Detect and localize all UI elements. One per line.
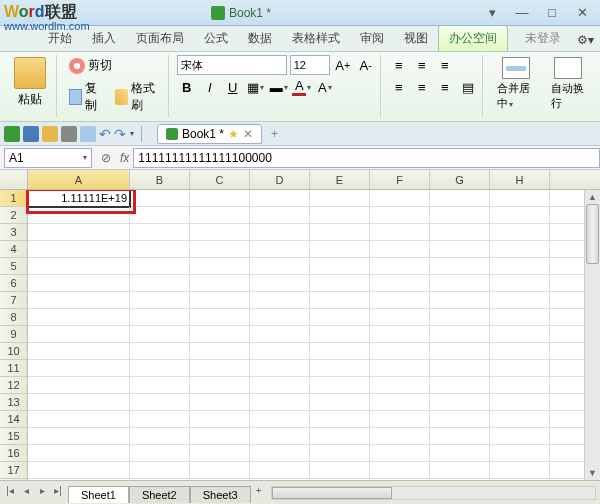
row-header[interactable]: 12 [0, 377, 27, 394]
ribbon-menu-button[interactable]: ⚙▾ [571, 29, 600, 51]
align-right-button[interactable]: ≡ [435, 77, 455, 97]
tab-view[interactable]: 视图 [394, 26, 438, 51]
cell[interactable] [28, 343, 130, 360]
align-bottom-button[interactable]: ≡ [435, 55, 455, 75]
merge-center-button[interactable]: 合并居中▾ [491, 55, 542, 113]
cell[interactable] [430, 292, 490, 309]
cell[interactable] [130, 326, 190, 343]
cell[interactable] [130, 462, 190, 479]
login-status[interactable]: 未登录 [515, 26, 571, 51]
cell[interactable] [250, 275, 310, 292]
cell[interactable] [310, 275, 370, 292]
font-size-select[interactable] [290, 55, 330, 75]
cell[interactable] [190, 207, 250, 224]
cell[interactable] [490, 377, 550, 394]
tab-office-space[interactable]: 办公空间 [438, 25, 508, 51]
cell[interactable] [490, 190, 550, 207]
cell[interactable] [190, 309, 250, 326]
cell[interactable] [190, 190, 250, 207]
cell[interactable] [370, 360, 430, 377]
cell[interactable] [370, 224, 430, 241]
cell[interactable] [130, 411, 190, 428]
last-sheet-button[interactable]: ▸| [50, 485, 66, 501]
cell[interactable] [310, 326, 370, 343]
cell[interactable] [370, 275, 430, 292]
cell[interactable] [130, 292, 190, 309]
cell[interactable] [28, 377, 130, 394]
cell[interactable] [430, 428, 490, 445]
cell[interactable] [190, 258, 250, 275]
cell[interactable] [250, 326, 310, 343]
cell[interactable] [190, 377, 250, 394]
cell[interactable] [130, 258, 190, 275]
close-button[interactable]: ✕ [568, 4, 596, 22]
cell[interactable] [430, 309, 490, 326]
align-top-button[interactable]: ≡ [389, 55, 409, 75]
cell[interactable] [310, 258, 370, 275]
print-icon[interactable] [61, 126, 77, 142]
cell[interactable] [28, 462, 130, 479]
cell[interactable] [130, 207, 190, 224]
cell[interactable] [28, 360, 130, 377]
cell[interactable] [28, 275, 130, 292]
select-all-corner[interactable] [0, 170, 28, 189]
row-header[interactable]: 3 [0, 224, 27, 241]
decrease-font-button[interactable]: A- [356, 55, 376, 75]
cell[interactable] [28, 241, 130, 258]
cell[interactable] [490, 343, 550, 360]
cell[interactable] [490, 445, 550, 462]
cell[interactable] [250, 309, 310, 326]
overflow-button[interactable]: ▾ [478, 4, 506, 22]
cell[interactable] [370, 428, 430, 445]
cell[interactable] [190, 394, 250, 411]
col-header-h[interactable]: H [490, 170, 550, 189]
name-box-dropdown-icon[interactable]: ▾ [83, 153, 87, 162]
cell[interactable] [190, 411, 250, 428]
format-painter-button[interactable]: 格式刷 [111, 78, 164, 116]
cell[interactable] [130, 224, 190, 241]
row-header[interactable]: 6 [0, 275, 27, 292]
qat-more-icon[interactable]: ▾ [130, 129, 134, 138]
vertical-scroll-thumb[interactable] [586, 204, 599, 264]
cell[interactable] [130, 309, 190, 326]
name-box[interactable]: A1 ▾ [4, 148, 92, 168]
cell[interactable] [370, 445, 430, 462]
prev-sheet-button[interactable]: ◂ [18, 485, 34, 501]
cell[interactable] [250, 411, 310, 428]
sheet-tab-3[interactable]: Sheet3 [190, 486, 251, 503]
border-button[interactable]: ▦▾ [246, 77, 266, 97]
cell[interactable] [130, 445, 190, 462]
cell[interactable] [250, 428, 310, 445]
align-middle-button[interactable]: ≡ [412, 55, 432, 75]
font-color-button[interactable]: A▾ [292, 77, 312, 97]
italic-button[interactable]: I [200, 77, 220, 97]
cell[interactable] [250, 377, 310, 394]
align-center-button[interactable]: ≡ [412, 77, 432, 97]
first-sheet-button[interactable]: |◂ [2, 485, 18, 501]
increase-font-button[interactable]: A+ [333, 55, 353, 75]
cell[interactable] [430, 411, 490, 428]
cell[interactable] [250, 207, 310, 224]
cell[interactable] [430, 190, 490, 207]
row-header[interactable]: 9 [0, 326, 27, 343]
cell[interactable] [190, 275, 250, 292]
cell[interactable] [430, 241, 490, 258]
scroll-down-icon[interactable]: ▼ [585, 466, 600, 480]
scroll-up-icon[interactable]: ▲ [585, 190, 600, 204]
cut-button[interactable]: 剪切 [65, 55, 164, 76]
cell[interactable] [310, 462, 370, 479]
cell[interactable] [310, 292, 370, 309]
row-header[interactable]: 14 [0, 411, 27, 428]
col-header-e[interactable]: E [310, 170, 370, 189]
cell[interactable] [370, 207, 430, 224]
more-font-button[interactable]: A▾ [315, 77, 335, 97]
cell[interactable] [370, 343, 430, 360]
cell[interactable] [28, 326, 130, 343]
cell[interactable] [430, 258, 490, 275]
wrap-text-button[interactable]: 自动换行 [545, 55, 592, 113]
cell[interactable] [28, 309, 130, 326]
cell[interactable] [250, 241, 310, 258]
cell[interactable] [28, 394, 130, 411]
col-header-c[interactable]: C [190, 170, 250, 189]
cell[interactable] [310, 394, 370, 411]
